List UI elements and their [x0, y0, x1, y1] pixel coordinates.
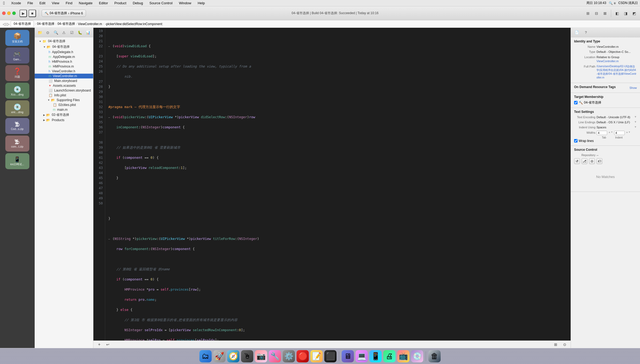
add-file-button[interactable]: + — [96, 341, 103, 348]
tree-appdelegate-h[interactable]: h AppDelegate.h — [35, 50, 93, 54]
left-app-carrier[interactable]: 📦 安装文档 — [5, 30, 29, 46]
code-content[interactable]: – (void)viewDidLoad { [super viewDidLoad… — [105, 28, 571, 341]
dock-terminal[interactable]: ⬛ — [324, 350, 337, 362]
dock-app1[interactable]: 🖥 — [342, 350, 354, 362]
menu-edit[interactable]: Edit — [38, 1, 46, 6]
tree-cities-plist[interactable]: 📋 02cities.plist — [35, 102, 93, 107]
wrap-checkbox[interactable] — [574, 139, 578, 143]
tree-viewcontroller-h[interactable]: h ViewController.h — [35, 69, 93, 74]
breadcrumb-method[interactable]: -pickerView:didSelectRow:inComponent: — [105, 22, 163, 26]
back-button[interactable]: ↩ — [104, 341, 112, 348]
scheme-selector[interactable]: 🔨 04-省市选择 › iPhone 6 — [42, 10, 86, 17]
dock-app4[interactable]: 🖨 — [383, 350, 396, 362]
menu-product[interactable]: Product — [113, 1, 128, 6]
editor-standard-icon[interactable]: ⊞ — [584, 10, 592, 17]
sidebar-debug-icon[interactable]: 🐛 — [77, 30, 83, 35]
tree-main-m[interactable]: m main.m — [35, 107, 93, 112]
sidebar-report-icon[interactable]: 📊 — [85, 30, 91, 35]
sc-branch-icon[interactable]: ⎇ — [582, 158, 587, 164]
menu-file[interactable]: File — [26, 1, 34, 6]
left-app-ios13[interactable]: 📱 ios13考试... — [5, 153, 29, 169]
encoding-arrow[interactable]: ▼ — [634, 115, 637, 118]
stop-button[interactable]: ■ — [29, 10, 36, 17]
left-app-game[interactable]: 🎮 Gam... — [5, 48, 29, 64]
tab-01[interactable]: 04-省市选择 — [11, 21, 34, 27]
dock-app3[interactable]: 📱 — [369, 350, 382, 362]
dock-trash[interactable]: 🗑 — [428, 350, 441, 362]
dock-app6[interactable]: 💿 — [411, 350, 423, 362]
sidebar-source-icon[interactable]: ⊙ — [45, 30, 51, 35]
close-button[interactable] — [2, 11, 6, 15]
target-checkbox[interactable] — [574, 101, 578, 104]
apple-menu[interactable]:  — [2, 0, 6, 6]
dock-launchpad[interactable]: 🚀 — [213, 350, 226, 362]
sidebar-search-icon[interactable]: 🔍 — [53, 30, 59, 35]
line-endings-arrow[interactable]: ▼ — [634, 120, 637, 123]
sc-clock-icon[interactable]: ⊙ — [589, 158, 595, 164]
navigator-icon[interactable]: ◧ — [613, 10, 621, 17]
menu-navigate[interactable]: Navigate — [78, 1, 93, 6]
show-button[interactable]: Show — [629, 86, 637, 89]
dock-safari[interactable]: 🧭 — [227, 350, 239, 362]
tree-main-storyboard[interactable]: ⬜ Main.storyboard — [35, 78, 93, 83]
editor-assistant-icon[interactable]: ⊟ — [593, 10, 600, 17]
quick-help-icon[interactable]: ? — [582, 29, 590, 36]
utilities-icon[interactable]: ◩ — [630, 10, 638, 17]
dock-app5[interactable]: 📺 — [397, 350, 409, 362]
grid-icon[interactable]: ⊞ — [552, 341, 559, 348]
tree-02-group[interactable]: 📂 02-省市选择 — [35, 112, 93, 118]
dock-system-prefs[interactable]: ⚙️ — [283, 350, 295, 362]
breadcrumb-file[interactable]: ViewController.m — [78, 22, 102, 26]
tree-supporting-files[interactable]: 📂 Supporting Files — [35, 98, 93, 102]
editor-version-icon[interactable]: ⊠ — [601, 10, 609, 17]
menu-find[interactable]: Find — [65, 1, 73, 6]
menu-view[interactable]: View — [51, 1, 60, 6]
breadcrumb-project[interactable]: 04-省市选择 — [37, 22, 54, 26]
dock-app2[interactable]: 💻 — [355, 350, 368, 362]
dock-photos[interactable]: 📷 — [255, 350, 267, 362]
indent-arrow[interactable]: ▼ — [634, 125, 637, 128]
tab-width-input[interactable] — [596, 131, 607, 135]
sidebar-warning-icon[interactable]: ⚠ — [61, 30, 67, 35]
tree-appdelegate-m[interactable]: m AppDelegate.m — [35, 54, 93, 59]
left-app-comzip[interactable]: 🗜 com...t.zip — [5, 136, 29, 152]
nav-back-icon[interactable]: ◁ — [3, 22, 6, 26]
left-app-xcodedmg[interactable]: 💿 Xco....dmg — [5, 83, 29, 99]
breadcrumb-group[interactable]: 04-省市选择 — [57, 22, 75, 26]
dock-app-red[interactable]: 🔴 — [297, 350, 309, 362]
tree-hmprovince-h[interactable]: h HMProvince.h — [35, 59, 93, 64]
debug-icon[interactable]: ◨ — [622, 10, 629, 17]
menu-xcode[interactable]: Xcode — [10, 1, 22, 6]
tree-assets[interactable]: ✦ Assets.xcassets — [35, 83, 93, 88]
menu-editor[interactable]: Editor — [98, 1, 109, 6]
sc-tag-icon[interactable]: 🏷 — [596, 158, 602, 164]
maximize-button[interactable] — [12, 11, 16, 15]
menu-debug[interactable]: Debug — [132, 1, 144, 6]
dock-stickies[interactable]: 📝 — [310, 350, 323, 362]
nav-forward-icon[interactable]: ▷ — [7, 22, 10, 26]
sidebar-test-icon[interactable]: ☑ — [69, 30, 75, 35]
tree-products[interactable]: 📂 Products — [35, 118, 93, 122]
code-editor[interactable]: 19 20 21 22 23 24 25 26 27 28 29 30 31 3… — [93, 28, 571, 341]
tree-infoplist[interactable]: 📋 Info.plist — [35, 93, 93, 98]
tree-launch-storyboard[interactable]: ⬜ LaunchScreen.storyboard — [35, 88, 93, 93]
tree-group-04[interactable]: 📂 04-省市选择 — [35, 44, 93, 50]
tree-hmprovince-m[interactable]: m HMProvince.m — [35, 64, 93, 69]
sidebar-folder-icon[interactable]: 📁 — [37, 30, 43, 35]
menu-source-control[interactable]: Source Control — [148, 1, 174, 6]
menu-window[interactable]: Window — [178, 1, 192, 6]
minimize-button[interactable] — [7, 11, 11, 15]
left-app-xmldmg[interactable]: 💿 xml....dmg — [5, 100, 29, 116]
tree-viewcontroller-m[interactable]: m ViewController.m — [35, 74, 93, 78]
indent-width-input[interactable] — [614, 131, 625, 135]
dock-compressor[interactable]: 🔧 — [269, 350, 281, 362]
left-app-codezip[interactable]: 🗜 Cod...s.zip — [5, 118, 29, 134]
clock-icon[interactable]: ⊙ — [561, 341, 568, 348]
sc-refresh-icon[interactable]: ↺ — [574, 158, 580, 164]
menu-help[interactable]: Help — [197, 1, 206, 6]
dock-finder[interactable]: 🗂 — [199, 350, 212, 362]
left-app-question[interactable]: ❓ 问题 — [5, 65, 29, 81]
file-inspector-icon[interactable]: 📄 — [573, 29, 580, 36]
play-button[interactable]: ▶ — [19, 10, 27, 17]
dock-mouse[interactable]: 🖱 — [241, 350, 253, 362]
